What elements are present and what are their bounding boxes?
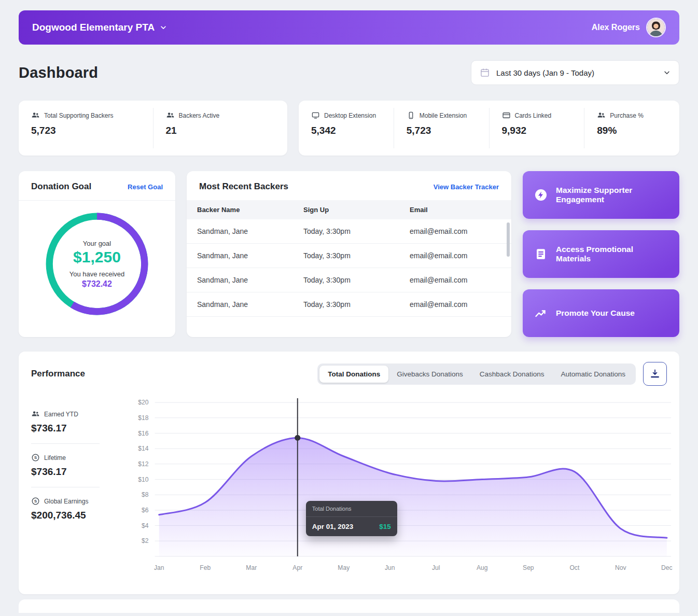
stat-value: 9,932	[502, 125, 584, 136]
stat-value: 5,342	[311, 125, 394, 136]
performance-tabs: Total Donations Givebacks Donations Cash…	[317, 363, 636, 385]
dashboard-page: Dogwood Elementary PTA Alex Rogers Dashb…	[0, 0, 698, 613]
tab-total-donations[interactable]: Total Donations	[319, 366, 388, 383]
stat-label: Desktop Extension	[324, 112, 376, 119]
cell-backer-name: Sandman, Jane	[197, 227, 303, 235]
org-selector[interactable]: Dogwood Elementary PTA	[32, 22, 167, 33]
promote-cause-button[interactable]: Promote Your Cause	[523, 289, 679, 337]
cell-sign-up: Today, 3:30pm	[303, 300, 410, 309]
tab-cashback-donations[interactable]: Cashback Donations	[471, 366, 553, 383]
user-menu[interactable]: Alex Rogers	[592, 18, 666, 37]
date-range-select[interactable]: Last 30 days (Jan 9 - Today)	[471, 60, 679, 85]
received-amount: $732.42	[82, 279, 112, 289]
svg-text:$10: $10	[138, 476, 148, 483]
maximize-engagement-button[interactable]: Maximize Supporter Engagement	[523, 171, 679, 219]
extension-stats-card: Desktop Extension 5,342 Mobile Extension…	[299, 101, 679, 156]
quick-actions: Maximize Supporter Engagement Access Pro…	[523, 171, 679, 337]
donation-goal-title: Donation Goal	[31, 181, 91, 192]
action-label: Access Promotional Materials	[556, 245, 668, 263]
reset-goal-link[interactable]: Reset Goal	[128, 183, 163, 191]
svg-text:$8: $8	[142, 491, 149, 498]
svg-text:$14: $14	[138, 445, 148, 452]
divider	[31, 443, 100, 444]
svg-text:Feb: Feb	[200, 564, 211, 571]
received-label: You have received	[69, 270, 125, 278]
stat-value: 89%	[597, 125, 679, 136]
column-header-sign-up: Sign Up	[303, 206, 410, 214]
svg-text:Jun: Jun	[385, 564, 395, 571]
chevron-down-icon	[160, 24, 167, 31]
view-backer-tracker-link[interactable]: View Backer Tracker	[434, 183, 499, 191]
svg-text:Mar: Mar	[246, 564, 257, 571]
svg-text:S: S	[34, 455, 37, 460]
svg-text:Jul: Jul	[432, 564, 440, 571]
users-icon	[166, 111, 175, 120]
dollar-circle-icon: S	[31, 453, 40, 462]
table-body: Sandman, Jane Today, 3:30pm email@email.…	[187, 219, 511, 317]
cell-email: email@email.com	[410, 276, 511, 284]
mid-row: Donation Goal Reset Goal Your goal $1,25…	[19, 171, 679, 337]
table-scrollbar[interactable]	[507, 222, 510, 300]
stat-backers-active: Backers Active 21	[153, 101, 288, 156]
top-bar: Dogwood Elementary PTA Alex Rogers	[19, 10, 679, 45]
cell-email: email@email.com	[410, 227, 511, 235]
area-chart: $2$4$6$8$10$12$14$16$18$20JanFebMarAprMa…	[118, 394, 673, 578]
svg-text:Dec: Dec	[661, 564, 673, 571]
svg-text:$6: $6	[142, 507, 149, 514]
download-button[interactable]	[643, 362, 667, 386]
cell-email: email@email.com	[410, 251, 511, 260]
download-icon	[649, 368, 661, 380]
org-name: Dogwood Elementary PTA	[32, 22, 155, 33]
chart-tooltip: Total Donations Apr 01, 2023 $15	[306, 501, 397, 536]
cell-sign-up: Today, 3:30pm	[303, 251, 410, 260]
stat-label: Purchase %	[610, 112, 644, 119]
donation-goal-card: Donation Goal Reset Goal Your goal $1,25…	[19, 171, 175, 337]
tab-automatic-donations[interactable]: Automatic Donations	[552, 366, 634, 383]
svg-text:S: S	[34, 499, 37, 503]
pstat-value: $736.17	[31, 466, 118, 478]
cell-backer-name: Sandman, Jane	[197, 251, 303, 260]
tooltip-date: Apr 01, 2023	[312, 523, 354, 530]
cell-backer-name: Sandman, Jane	[197, 300, 303, 309]
pstat-label: Earned YTD	[44, 411, 78, 418]
tab-givebacks-donations[interactable]: Givebacks Donations	[388, 366, 471, 383]
recent-backers-title: Most Recent Backers	[199, 181, 288, 192]
credit-card-icon	[502, 111, 511, 120]
users-icon	[31, 111, 40, 120]
scrollbar-thumb[interactable]	[507, 222, 510, 257]
table-row: Sandman, Jane Today, 3:30pm email@email.…	[187, 292, 511, 317]
stat-value: 5,723	[31, 125, 153, 136]
user-name: Alex Rogers	[592, 23, 640, 32]
svg-text:$20: $20	[138, 399, 148, 406]
avatar	[646, 18, 666, 37]
divider	[31, 487, 100, 487]
pstat-value: $200,736.45	[31, 510, 118, 521]
performance-chart[interactable]: $2$4$6$8$10$12$14$16$18$20JanFebMarAprMa…	[118, 394, 673, 578]
table-row: Sandman, Jane Today, 3:30pm email@email.…	[187, 244, 511, 268]
action-label: Maximize Supporter Engagement	[556, 186, 668, 204]
stat-label: Mobile Extension	[420, 112, 467, 119]
footer-card	[19, 599, 679, 613]
svg-text:$18: $18	[138, 414, 148, 422]
mobile-icon	[407, 111, 415, 120]
pstat-value: $736.17	[31, 423, 118, 434]
svg-text:Sep: Sep	[523, 564, 534, 571]
chevron-down-icon	[663, 69, 671, 76]
users-icon	[597, 111, 606, 120]
stats-row: Total Supporting Backers 5,723 Backers A…	[19, 101, 679, 156]
svg-text:$12: $12	[138, 460, 148, 468]
promotional-materials-button[interactable]: Access Promotional Materials	[523, 230, 679, 278]
stat-total-supporting-backers: Total Supporting Backers 5,723	[19, 101, 153, 156]
svg-text:$16: $16	[138, 430, 148, 437]
stat-global-earnings: S Global Earnings $200,736.45	[31, 497, 118, 521]
svg-text:$2: $2	[142, 537, 149, 544]
page-title: Dashboard	[19, 64, 98, 81]
svg-text:Oct: Oct	[569, 564, 579, 571]
stat-earned-ytd: Earned YTD $736.17	[31, 410, 118, 434]
users-icon	[31, 410, 40, 418]
svg-text:Aug: Aug	[477, 564, 488, 571]
table-row: Sandman, Jane Today, 3:30pm email@email.…	[187, 268, 511, 292]
bolt-circle-icon	[534, 188, 548, 202]
svg-text:Jan: Jan	[154, 564, 164, 571]
pstat-label: Global Earnings	[44, 498, 88, 505]
